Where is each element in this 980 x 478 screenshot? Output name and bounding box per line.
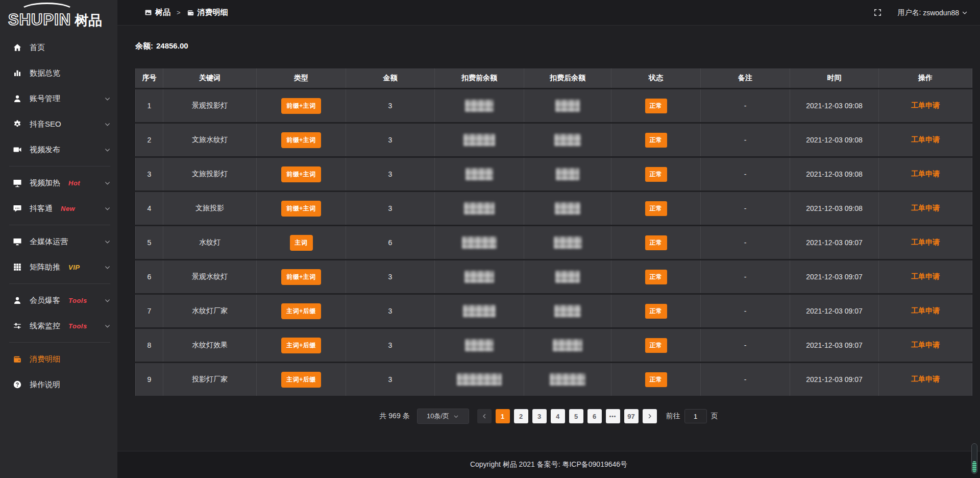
cell-status: 正常 — [611, 226, 701, 259]
page-button-5[interactable]: 5 — [569, 409, 583, 423]
work-order-link[interactable]: 工单申请 — [911, 306, 940, 315]
mini-scrollbar-thumb[interactable] — [972, 461, 976, 472]
cell-action: 工单申请 — [879, 226, 972, 259]
sidebar-item-douketong[interactable]: 抖客通New — [0, 196, 117, 221]
table-row: 2文旅水纹灯前缀+主词3正常-2021-12-03 09:08工单申请 — [135, 124, 972, 156]
work-order-link[interactable]: 工单申请 — [911, 272, 940, 280]
page-button-4[interactable]: 4 — [551, 409, 565, 423]
cell-amount: 3 — [346, 363, 435, 396]
sidebar-item-consumption-detail[interactable]: 消费明细 — [0, 346, 117, 372]
page-button-2[interactable]: 2 — [514, 409, 528, 423]
column-header: 备注 — [701, 68, 790, 88]
sidebar-item-all-media-operation[interactable]: 全媒体运营 — [0, 229, 117, 254]
blurred-value — [553, 339, 582, 351]
cell-balance-after — [524, 192, 611, 225]
column-header: 扣费前余额 — [435, 68, 524, 88]
mini-scrollbar[interactable] — [971, 443, 977, 474]
chat-icon — [13, 204, 22, 213]
work-order-link[interactable]: 工单申请 — [911, 341, 940, 349]
sidebar-item-video-publish[interactable]: 视频发布 — [0, 137, 117, 162]
chevron-down-icon — [104, 297, 111, 304]
sidebar-item-video-heating[interactable]: 视频加热Hot — [0, 170, 117, 196]
cell-remark: - — [701, 158, 790, 190]
goto-page-input[interactable] — [684, 409, 707, 423]
sidebar-item-douyin-seo[interactable]: 抖音SEO — [0, 111, 117, 137]
breadcrumb-label: 消费明细 — [198, 8, 228, 17]
cell-index: 8 — [135, 329, 163, 362]
table-row: 1景观投影灯前缀+主词3正常-2021-12-03 09:08工单申请 — [135, 89, 972, 122]
sidebar-item-home[interactable]: 首页 — [0, 35, 117, 60]
pager-ellipsis[interactable]: ••• — [606, 409, 620, 423]
sidebar-item-clue-monitor[interactable]: 线索监控Tools — [0, 313, 117, 339]
cell-action: 工单申请 — [879, 260, 972, 293]
sidebar-item-account-management[interactable]: 账号管理 — [0, 86, 117, 111]
cell-balance-after — [524, 226, 611, 259]
user-dropdown[interactable]: 用户名: zswodun88 — [897, 8, 968, 17]
cell-balance-before — [435, 295, 524, 327]
work-order-link[interactable]: 工单申请 — [911, 375, 940, 383]
status-badge: 正常 — [645, 167, 667, 182]
cell-action: 工单申请 — [879, 124, 972, 156]
question-icon — [13, 380, 22, 389]
cell-status: 正常 — [611, 329, 701, 362]
sidebar-item-label: 数据总览 — [30, 68, 60, 78]
sidebar-item-matrix-boost[interactable]: 矩阵助推VIP — [0, 254, 117, 280]
column-header: 操作 — [879, 68, 972, 88]
chevron-down-icon — [104, 95, 111, 102]
page-button-1[interactable]: 1 — [496, 409, 510, 423]
cell-amount: 3 — [346, 124, 435, 156]
cell-time: 2021-12-03 09:07 — [790, 260, 879, 293]
cell-balance-after — [524, 89, 611, 122]
cell-status: 正常 — [611, 192, 701, 225]
grid-icon — [13, 262, 22, 272]
blurred-value — [465, 100, 494, 112]
cell-keyword: 景观投影灯 — [163, 89, 257, 122]
cell-remark: - — [701, 295, 790, 327]
cell-action: 工单申请 — [879, 329, 972, 362]
chevron-down-icon — [104, 180, 111, 186]
sidebar-item-operation-guide[interactable]: 操作说明 — [0, 372, 117, 397]
sidebar-item-label: 全媒体运营 — [30, 237, 68, 247]
status-badge: 正常 — [645, 338, 667, 353]
work-order-link[interactable]: 工单申请 — [911, 135, 940, 144]
cell-balance-before — [435, 124, 524, 156]
page-button-3[interactable]: 3 — [532, 409, 547, 423]
type-badge: 主词+后缀 — [281, 303, 321, 319]
work-order-link[interactable]: 工单申请 — [911, 170, 940, 178]
sidebar-item-data-overview[interactable]: 数据总览 — [0, 60, 117, 86]
table-row: 6景观水纹灯前缀+主词3正常-2021-12-03 09:07工单申请 — [135, 260, 972, 293]
sidebar-item-member-baoke[interactable]: 会员爆客Tools — [0, 288, 117, 313]
chevron-down-icon — [453, 414, 459, 419]
chevron-down-icon — [104, 205, 111, 212]
work-order-link[interactable]: 工单申请 — [911, 238, 940, 246]
work-order-link[interactable]: 工单申请 — [911, 101, 940, 109]
cell-status: 正常 — [611, 89, 701, 122]
breadcrumb-item-consumption-detail[interactable]: 消费明细 — [187, 8, 228, 17]
cell-time: 2021-12-03 09:08 — [790, 124, 879, 156]
logo-text-cn: 树品 — [75, 13, 102, 28]
next-page-button[interactable] — [643, 409, 657, 423]
cell-status: 正常 — [611, 124, 701, 156]
cell-remark: - — [701, 89, 790, 122]
page-size-select[interactable]: 10条/页 — [417, 409, 469, 424]
pagination-total: 共 969 条 — [379, 412, 409, 421]
cell-keyword: 投影灯厂家 — [163, 363, 257, 396]
work-order-link[interactable]: 工单申请 — [911, 204, 940, 212]
breadcrumb-item-shupin[interactable]: 树品 — [144, 8, 170, 17]
prev-page-button[interactable] — [477, 409, 492, 423]
pagination: 共 969 条 10条/页 123456•••97 前往 页 — [117, 409, 980, 424]
cell-type: 前缀+主词 — [257, 124, 346, 156]
page-button-6[interactable]: 6 — [587, 409, 602, 423]
page-button-97[interactable]: 97 — [624, 409, 639, 423]
fullscreen-icon[interactable] — [873, 8, 882, 17]
cell-type: 主词+后缀 — [257, 295, 346, 327]
type-badge: 前缀+主词 — [281, 201, 321, 217]
cell-remark: - — [701, 226, 790, 259]
cell-index: 3 — [135, 158, 163, 190]
user-icon — [13, 296, 22, 305]
column-header: 金额 — [346, 68, 435, 88]
cell-balance-after — [524, 295, 611, 327]
cell-balance-after — [524, 260, 611, 293]
cell-type: 主词+后缀 — [257, 329, 346, 362]
sidebar-item-badge: VIP — [68, 264, 80, 271]
